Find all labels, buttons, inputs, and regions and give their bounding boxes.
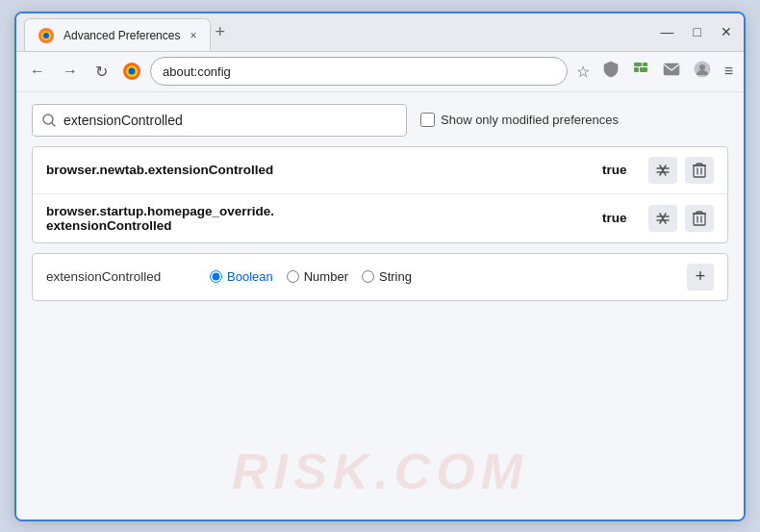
menu-icon[interactable]: ≡ [722, 60, 736, 83]
forward-button[interactable]: → [57, 59, 84, 84]
new-tab-button[interactable]: + [215, 22, 225, 42]
nav-bar: ← → ↻ about:config ☆ [16, 52, 744, 92]
svg-rect-10 [664, 63, 679, 75]
pref-name-2-line1: browser.startup.homepage_override. [46, 204, 595, 218]
show-modified-text: Show only modified preferences [441, 113, 619, 127]
svg-rect-6 [634, 67, 639, 72]
svg-rect-7 [640, 67, 647, 72]
watermark: risk.com [232, 443, 528, 500]
pref-name-2-line2: extensionControlled [46, 218, 595, 233]
search-box[interactable] [32, 104, 407, 137]
add-pref-button[interactable]: + [687, 264, 714, 291]
delete-button-1[interactable] [685, 157, 714, 184]
svg-rect-19 [694, 214, 705, 225]
maximize-button[interactable]: □ [690, 22, 705, 41]
svg-rect-9 [643, 63, 647, 66]
add-new-row: extensionControlled Boolean Number Strin… [32, 253, 728, 301]
firefox-logo-icon [121, 61, 142, 82]
bookmark-icon[interactable]: ☆ [573, 60, 593, 84]
profile-icon[interactable] [691, 58, 714, 85]
boolean-label: Boolean [227, 269, 273, 284]
address-text: about:config [163, 64, 231, 79]
table-row: browser.newtab.extensionControlled true [33, 147, 727, 194]
number-radio[interactable] [287, 270, 299, 283]
title-bar: Advanced Preferences × + — □ ✕ [16, 13, 744, 52]
string-label: String [379, 269, 412, 284]
extension-icon[interactable] [629, 58, 652, 85]
edit-icon [655, 164, 671, 177]
string-radio[interactable] [362, 270, 374, 283]
new-pref-name: extensionControlled [46, 269, 200, 284]
show-modified-checkbox[interactable] [420, 113, 435, 127]
mail-icon[interactable] [660, 60, 683, 83]
svg-rect-15 [694, 165, 705, 177]
boolean-radio-label[interactable]: Boolean [210, 269, 273, 284]
shield-icon[interactable] [600, 58, 621, 85]
search-row: Show only modified preferences [32, 104, 728, 137]
svg-point-5 [129, 68, 136, 75]
browser-tab[interactable]: Advanced Preferences × [24, 18, 211, 51]
edit-button-2[interactable] [648, 205, 677, 232]
window-controls: — □ ✕ [657, 22, 736, 41]
delete-icon [693, 163, 706, 178]
svg-line-14 [52, 122, 56, 126]
search-icon [42, 114, 56, 127]
number-label: Number [304, 269, 348, 284]
pref-name-1: browser.newtab.extensionControlled [46, 163, 595, 177]
minimize-button[interactable]: — [657, 22, 678, 41]
number-radio-label[interactable]: Number [287, 269, 348, 284]
svg-point-2 [43, 33, 49, 38]
tab-title: Advanced Preferences [63, 29, 180, 42]
delete-button-2[interactable] [685, 205, 714, 232]
svg-rect-8 [634, 63, 642, 66]
row-actions-2 [648, 205, 714, 232]
pref-name-2: browser.startup.homepage_override. exten… [46, 204, 595, 233]
pref-value-2: true [602, 211, 641, 225]
string-radio-label[interactable]: String [362, 269, 412, 284]
close-button[interactable]: ✕ [717, 22, 736, 41]
edit-button-1[interactable] [648, 157, 677, 184]
pref-value-1: true [602, 163, 641, 177]
table-row: browser.startup.homepage_override. exten… [33, 194, 727, 242]
firefox-tab-icon [37, 26, 56, 45]
boolean-radio[interactable] [210, 270, 222, 283]
reload-button[interactable]: ↻ [89, 59, 114, 85]
edit-icon [655, 212, 671, 225]
back-button[interactable]: ← [24, 59, 51, 84]
browser-window: Advanced Preferences × + — □ ✕ ← → ↻ abo… [14, 12, 746, 521]
row-actions-1 [648, 157, 714, 184]
type-radio-group: Boolean Number String [210, 269, 677, 284]
svg-point-12 [699, 64, 705, 70]
address-bar[interactable]: about:config [150, 57, 568, 86]
delete-icon [693, 211, 706, 226]
content-area: risk.com Show only modified preferences … [16, 92, 744, 519]
show-modified-label[interactable]: Show only modified preferences [420, 113, 619, 127]
nav-icons-right: ☆ [573, 58, 736, 85]
search-input[interactable] [63, 113, 396, 128]
results-table: browser.newtab.extensionControlled true [32, 146, 728, 243]
tab-close-button[interactable]: × [188, 29, 198, 42]
